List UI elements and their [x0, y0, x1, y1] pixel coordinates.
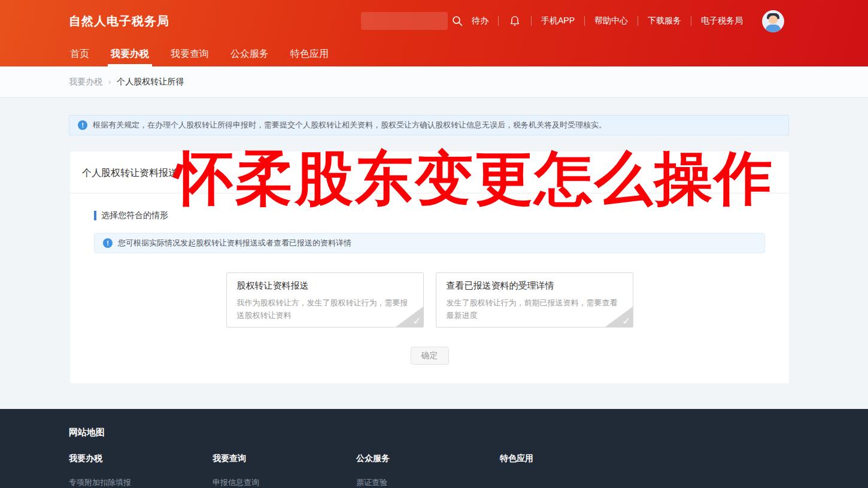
divider	[498, 16, 499, 26]
divider	[531, 16, 532, 26]
user-avatar[interactable]	[762, 10, 784, 32]
etax-bureau-link[interactable]: 电子税务局	[701, 16, 743, 26]
option-desc: 我作为股权转让方，发生了股权转让行为，需要报送股权转让资料	[237, 296, 413, 322]
option-card-submit[interactable]: 股权转让资料报送 我作为股权转让方，发生了股权转让行为，需要报送股权转让资料 ✓	[226, 272, 424, 328]
option-title: 股权转让资料报送	[237, 280, 413, 292]
todo-link[interactable]: 待办	[472, 16, 488, 26]
footer-col-featured-apps: 特色应用	[500, 453, 533, 477]
nav-tax-handling[interactable]: 我要办税	[110, 42, 150, 66]
divider	[638, 16, 638, 26]
info-icon: !	[103, 238, 113, 248]
nav-public-service[interactable]: 公众服务	[229, 42, 270, 66]
section-header: 选择您符合的情形	[94, 210, 789, 221]
search-icon[interactable]	[451, 15, 463, 27]
info-icon: !	[78, 120, 87, 130]
inner-notice-text: 您可根据实际情况发起股权转让资料报送或者查看已报送的资料详情	[118, 238, 351, 248]
footer-col-heading: 特色应用	[500, 453, 533, 464]
section-accent-bar	[94, 211, 96, 220]
page-notice: ! 根据有关规定，在办理个人股权转让所得申报时，需要提交个人股权转让相关资料，股…	[69, 115, 789, 135]
footer-col-tax-handling: 我要办税 专项附加扣除填报	[69, 453, 131, 488]
breadcrumb-current: 个人股权转让所得	[117, 77, 184, 87]
app-header: 自然人电子税务局 待办 手机APP 帮助中心 下载服务 电子税务局 首页 我	[0, 0, 868, 66]
avatar-shirt	[766, 25, 781, 32]
sitemap-title: 网站地图	[69, 427, 105, 438]
check-icon: ✓	[622, 316, 630, 326]
site-footer: 网站地图 我要办税 专项附加扣除填报 我要查询 申报信息查询 公众服务 票证查验…	[0, 409, 868, 488]
chevron-right-icon: ›	[108, 77, 111, 86]
option-card-view-progress[interactable]: 查看已报送资料的受理详情 发生了股权转让行为，前期已报送资料，需要查看最新进度 …	[436, 272, 633, 328]
check-icon: ✓	[412, 316, 421, 326]
divider	[584, 16, 585, 26]
nav-featured-apps[interactable]: 特色应用	[289, 42, 330, 66]
search-input[interactable]	[361, 12, 448, 30]
footer-link[interactable]: 专项附加扣除填报	[69, 477, 131, 488]
options-row: 股权转让资料报送 我作为股权转让方，发生了股权转让行为，需要报送股权转让资料 ✓…	[70, 272, 789, 328]
footer-col-query: 我要查询 申报信息查询	[213, 453, 259, 488]
site-logo: 自然人电子税务局	[69, 13, 169, 29]
main-nav: 首页 我要办税 我要查询 公众服务 特色应用	[69, 42, 330, 66]
mobile-app-link[interactable]: 手机APP	[541, 16, 575, 26]
nav-query[interactable]: 我要查询	[169, 42, 210, 66]
section-title: 选择您符合的情形	[101, 210, 168, 221]
inner-notice: ! 您可根据实际情况发起股权转让资料报送或者查看已报送的资料详情	[94, 233, 765, 253]
divider	[691, 16, 691, 26]
footer-col-heading: 我要查询	[213, 453, 259, 464]
main-card: 个人股权转让资料报送 选择您符合的情形 ! 您可根据实际情况发起股权转让资料报送…	[70, 151, 789, 383]
footer-col-public-service: 公众服务 票证查验	[356, 453, 390, 488]
help-center-link[interactable]: 帮助中心	[594, 16, 628, 26]
header-quick-links: 待办 手机APP 帮助中心 下载服务 电子税务局	[472, 0, 743, 42]
breadcrumb-bar: 我要办税 › 个人股权转让所得	[0, 66, 868, 98]
option-desc: 发生了股权转让行为，前期已报送资料，需要查看最新进度	[447, 296, 623, 322]
footer-col-heading: 公众服务	[356, 453, 390, 464]
notification-bell-icon[interactable]	[508, 14, 521, 28]
notice-text: 根据有关规定，在办理个人股权转让所得申报时，需要提交个人股权转让相关资料，股权受…	[93, 120, 606, 131]
avatar-face	[769, 16, 778, 24]
download-service-link[interactable]: 下载服务	[648, 16, 681, 26]
confirm-row: 确定	[70, 347, 789, 365]
footer-link[interactable]: 申报信息查询	[213, 477, 259, 488]
option-title: 查看已报送资料的受理详情	[447, 280, 623, 292]
footer-link[interactable]: 票证查验	[356, 477, 390, 488]
confirm-button[interactable]: 确定	[411, 347, 449, 365]
nav-home[interactable]: 首页	[69, 42, 90, 66]
breadcrumb-parent[interactable]: 我要办税	[69, 77, 102, 87]
footer-col-heading: 我要办税	[69, 453, 131, 464]
breadcrumb: 我要办税 › 个人股权转让所得	[69, 77, 184, 87]
card-title: 个人股权转让资料报送	[70, 151, 789, 193]
